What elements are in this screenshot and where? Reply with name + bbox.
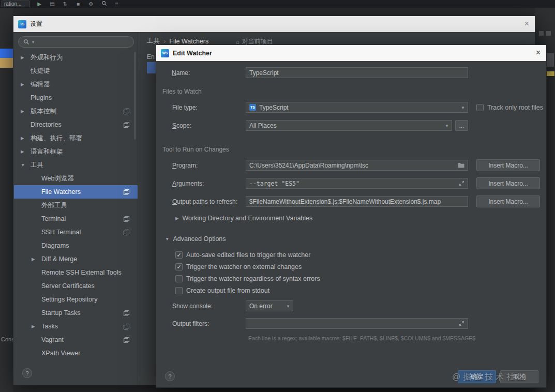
settings-search-input[interactable] bbox=[37, 38, 129, 46]
insert-macro-button-arguments[interactable]: Insert Macro... bbox=[476, 177, 540, 189]
expand-icon[interactable] bbox=[459, 180, 464, 186]
cancel-button[interactable]: 取消 bbox=[500, 370, 538, 383]
edit-watcher-titlebar: WS Edit Watcher × bbox=[156, 45, 546, 61]
name-input-field[interactable] bbox=[249, 69, 464, 77]
track-root-files-checkbox[interactable]: Track only root files bbox=[476, 103, 543, 112]
help-button[interactable]: ? bbox=[22, 368, 32, 378]
option-label: Create output file from stdout bbox=[186, 287, 269, 294]
sidebar-item-languages[interactable]: ▶语言和框架 bbox=[14, 145, 138, 158]
sidebar-item-appearance[interactable]: ▶外观和行为 bbox=[14, 51, 138, 64]
stop-icon[interactable]: ■ bbox=[75, 1, 81, 7]
ide-toolbar: ration... ▶ ▤ ⇅ ■ ⚙ ≡ bbox=[0, 0, 555, 8]
sidebar-scrollbar-thumb[interactable] bbox=[134, 52, 136, 140]
run-configuration-selector[interactable]: ration... bbox=[2, 1, 29, 7]
sidebar-item-ssh-terminal[interactable]: SSH Terminal bbox=[14, 225, 138, 239]
close-icon[interactable]: × bbox=[524, 19, 529, 28]
sidebar-item-settings-repository[interactable]: Settings Repository bbox=[14, 293, 138, 306]
sidebar-item-server-certificates[interactable]: Server Certificates bbox=[14, 279, 138, 293]
name-input[interactable] bbox=[246, 67, 468, 78]
run-icon[interactable]: ▶ bbox=[36, 1, 42, 7]
file-type-select[interactable]: TS TypeScript ▾ bbox=[246, 102, 468, 113]
insert-macro-button-output-paths[interactable]: Insert Macro... bbox=[476, 195, 540, 207]
help-button[interactable]: ? bbox=[165, 371, 175, 381]
sidebar-item-plugins[interactable]: Plugins bbox=[14, 91, 138, 104]
coverage-icon[interactable]: ▤ bbox=[49, 1, 55, 7]
advanced-options-label: Advanced Options bbox=[173, 235, 226, 243]
program-label: Program: bbox=[172, 162, 198, 169]
checkbox-icon[interactable] bbox=[175, 287, 183, 294]
program-input[interactable] bbox=[246, 160, 468, 171]
sidebar-item-tools[interactable]: ▼工具 bbox=[14, 158, 138, 172]
sidebar-item-diagrams[interactable]: Diagrams bbox=[14, 239, 138, 252]
output-paths-input[interactable] bbox=[246, 196, 468, 207]
sidebar-item-startup-tasks[interactable]: Startup Tasks bbox=[14, 306, 138, 320]
search-icon[interactable] bbox=[101, 1, 107, 8]
sidebar-item-web-browsers[interactable]: Web浏览器 bbox=[14, 172, 138, 185]
chevron-right-icon[interactable]: ▶ bbox=[21, 82, 31, 87]
settings-search-box[interactable]: ▾ bbox=[18, 36, 134, 48]
folder-icon[interactable] bbox=[458, 162, 464, 168]
sidebar-item-terminal[interactable]: Terminal bbox=[14, 212, 138, 225]
expand-icon[interactable] bbox=[459, 321, 464, 326]
project-selection-blue bbox=[0, 49, 13, 58]
sidebar-item-xpath-viewer[interactable]: XPath Viewer bbox=[14, 346, 138, 360]
sync-icon[interactable]: ⇅ bbox=[62, 1, 68, 7]
show-console-select[interactable]: On error ▾ bbox=[246, 300, 293, 311]
sidebar-item-external-tools[interactable]: 外部工具 bbox=[14, 199, 138, 212]
chevron-right-icon[interactable]: ▶ bbox=[32, 324, 41, 329]
option-label: Auto-save edited files to trigger the wa… bbox=[186, 251, 310, 259]
sidebar-item-build[interactable]: ▶构建、执行、部署 bbox=[14, 131, 138, 145]
sidebar-item-file-watchers[interactable]: File Watchers bbox=[14, 185, 138, 199]
working-directory-toggle[interactable]: ▶ Working Directory and Environment Vari… bbox=[175, 215, 312, 222]
checkbox-icon[interactable]: ✓ bbox=[175, 251, 183, 259]
scope-select[interactable]: All Places ▾ bbox=[246, 120, 452, 131]
sidebar-item-vcs[interactable]: ▶版本控制 bbox=[14, 104, 138, 118]
console-tool-button[interactable]: Cons bbox=[1, 336, 13, 342]
sidebar-item-tasks[interactable]: ▶Tasks bbox=[14, 320, 138, 333]
chevron-right-icon[interactable]: ▶ bbox=[21, 55, 31, 60]
output-paths-input-field[interactable] bbox=[249, 198, 464, 205]
checkbox-icon[interactable] bbox=[476, 104, 484, 111]
settings-gear-icon[interactable]: ⚙ bbox=[88, 1, 94, 7]
compare-icon[interactable]: ≡ bbox=[114, 1, 120, 7]
option-checkbox-row[interactable]: Create output file from stdout bbox=[175, 287, 269, 295]
chevron-down-icon[interactable]: ▼ bbox=[21, 162, 31, 168]
sidebar-item-label: Web浏览器 bbox=[41, 174, 74, 183]
arguments-input[interactable] bbox=[246, 178, 468, 189]
settings-sidebar: ▾ ▶外观和行为快捷键▶编辑器Plugins▶版本控制Directories▶构… bbox=[14, 32, 138, 384]
project-level-badge-icon bbox=[124, 109, 129, 114]
close-icon[interactable]: × bbox=[536, 48, 541, 57]
checkbox-icon[interactable] bbox=[175, 275, 183, 282]
chevron-right-icon[interactable]: ▶ bbox=[21, 135, 31, 141]
scope-label: Scope: bbox=[172, 122, 191, 129]
settings-title: 设置 bbox=[30, 20, 42, 28]
program-input-field[interactable] bbox=[249, 162, 455, 169]
sidebar-item-diff-merge[interactable]: ▶Diff & Merge bbox=[14, 252, 138, 266]
sidebar-item-vagrant[interactable]: Vagrant bbox=[14, 333, 138, 346]
advanced-options-toggle[interactable]: ▼ Advanced Options bbox=[165, 235, 226, 243]
checkbox-icon[interactable]: ✓ bbox=[175, 263, 183, 270]
output-filters-input[interactable] bbox=[246, 318, 468, 329]
settings-tree: ▶外观和行为快捷键▶编辑器Plugins▶版本控制Directories▶构建、… bbox=[14, 51, 138, 384]
chevron-right-icon[interactable]: ▶ bbox=[21, 109, 31, 114]
option-checkbox-row[interactable]: ✓Trigger the watcher on external changes bbox=[175, 263, 302, 271]
chevron-right-icon[interactable]: ▶ bbox=[32, 257, 41, 262]
ok-button[interactable]: 确定 bbox=[458, 370, 496, 383]
sidebar-item-remote-ssh-external-tools[interactable]: Remote SSH External Tools bbox=[14, 266, 138, 279]
sidebar-item-label: 快捷键 bbox=[31, 67, 50, 76]
arguments-input-field[interactable] bbox=[249, 180, 456, 187]
scope-more-button[interactable]: ... bbox=[455, 120, 468, 131]
chevron-right-icon[interactable]: ▶ bbox=[21, 149, 31, 154]
search-icon bbox=[23, 39, 29, 45]
insert-macro-button-program[interactable]: Insert Macro... bbox=[476, 159, 540, 171]
breadcrumb-current: File Watchers bbox=[169, 38, 208, 45]
sidebar-item-label: Vagrant bbox=[41, 336, 64, 343]
sidebar-item-keymap[interactable]: 快捷键 bbox=[14, 64, 138, 78]
sidebar-item-directories[interactable]: Directories bbox=[14, 118, 138, 131]
option-checkbox-row[interactable]: Trigger the watcher regardless of syntax… bbox=[175, 275, 320, 283]
output-filters-input-field[interactable] bbox=[249, 320, 456, 327]
sidebar-item-label: Settings Repository bbox=[41, 296, 97, 303]
sidebar-item-editor[interactable]: ▶编辑器 bbox=[14, 78, 138, 91]
option-checkbox-row[interactable]: ✓Auto-save edited files to trigger the w… bbox=[175, 251, 310, 259]
option-label: Trigger the watcher on external changes bbox=[186, 263, 302, 270]
